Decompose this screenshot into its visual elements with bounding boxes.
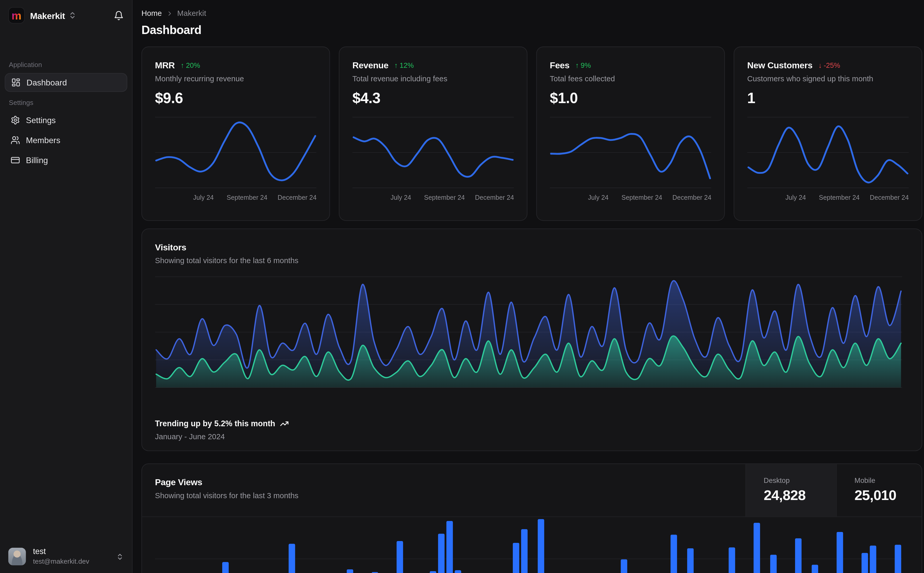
chevron-right-icon xyxy=(166,9,173,17)
sidebar-section-application: Application Dashboard xyxy=(0,29,132,93)
visitors-title: Visitors xyxy=(155,242,909,252)
stats-row: MRR ↑20% Monthly recurring revenue $9.6 … xyxy=(141,47,922,221)
trend-badge: ↑9% xyxy=(576,61,591,69)
visitors-period: January - June 2024 xyxy=(155,432,909,441)
breadcrumb: Home Makerkit xyxy=(141,9,922,18)
stat-card-revenue: Revenue ↑12% Total revenue including fee… xyxy=(339,47,528,221)
visitors-card: Visitors Showing total visitors for the … xyxy=(141,229,922,451)
fees-sparkline-chart xyxy=(550,115,711,189)
trending-up-icon xyxy=(280,419,289,428)
stat-card-fees: Fees ↑9% Total fees collected $1.0 July … xyxy=(536,47,725,221)
x-tick: December 24 xyxy=(870,194,909,201)
page-views-header: Page Views Showing total visitors for th… xyxy=(142,464,922,517)
sidebar-header: m Makerkit xyxy=(0,0,132,29)
user-name: test xyxy=(33,547,89,557)
visitors-trending-text: Trending up by 5.2% this month xyxy=(155,419,275,428)
x-axis-ticks: July 24 September 24 December 24 xyxy=(155,194,316,204)
page-views-card: Page Views Showing total visitors for th… xyxy=(141,463,922,573)
user-meta: test test@makerkit.dev xyxy=(33,547,89,566)
gear-icon xyxy=(11,115,20,125)
trend-arrow-icon: ↑ xyxy=(394,61,398,69)
trend-arrow-icon: ↓ xyxy=(819,61,822,69)
sidebar-section-settings: Settings Settings Members Billing xyxy=(0,93,132,171)
app-root: m Makerkit Application Dashboard Setting… xyxy=(0,0,924,573)
x-tick: July 24 xyxy=(391,194,411,201)
trend-badge: ↓-25% xyxy=(819,61,840,69)
x-axis-ticks: July 24 September 24 December 24 xyxy=(353,194,514,204)
logo-letter: m xyxy=(11,9,21,21)
sidebar-item-dashboard[interactable]: Dashboard xyxy=(5,73,127,92)
trend-badge: ↑12% xyxy=(394,61,414,69)
chevrons-up-down-icon xyxy=(116,553,124,560)
main-content: Home Makerkit Dashboard MRR ↑20% Monthly… xyxy=(133,0,924,573)
stat-value: $1.0 xyxy=(550,89,711,107)
stat-subtitle: Customers who signed up this month xyxy=(747,74,909,83)
x-tick: September 24 xyxy=(227,194,267,201)
page-views-bar-chart xyxy=(155,517,909,573)
org-name: Makerkit xyxy=(30,10,65,20)
x-tick: September 24 xyxy=(621,194,662,201)
stat-title: New Customers xyxy=(747,60,813,70)
x-tick: July 24 xyxy=(588,194,609,201)
page-views-subtitle: Showing total visitors for the last 3 mo… xyxy=(155,491,733,500)
sidebar-item-members[interactable]: Members xyxy=(5,131,127,150)
trend-arrow-icon: ↑ xyxy=(180,61,184,69)
stat-title: Revenue xyxy=(353,60,389,70)
notifications-button[interactable] xyxy=(114,10,124,20)
chevrons-up-down-icon xyxy=(69,11,77,19)
stat-title: Fees xyxy=(550,60,569,70)
stat-subtitle: Total fees collected xyxy=(550,74,711,83)
sidebar-item-settings[interactable]: Settings xyxy=(5,111,127,130)
tab-mobile[interactable]: Mobile 25,010 xyxy=(836,464,922,517)
sidebar-item-billing[interactable]: Billing xyxy=(5,151,127,170)
mrr-sparkline-chart xyxy=(155,115,316,189)
page-views-tabs: Desktop 24,828 Mobile 25,010 xyxy=(745,464,922,517)
stat-subtitle: Total revenue including fees xyxy=(353,74,514,83)
sidebar-item-label: Settings xyxy=(26,115,56,125)
user-email: test@makerkit.dev xyxy=(33,558,89,566)
x-axis-ticks: July 24 September 24 December 24 xyxy=(550,194,711,204)
tab-label: Desktop xyxy=(764,476,836,485)
x-axis-ticks: July 24 September 24 December 24 xyxy=(747,194,909,204)
trend-badge: ↑20% xyxy=(180,61,200,69)
customers-sparkline-chart xyxy=(747,115,909,189)
bell-icon xyxy=(114,10,124,20)
stat-card-new-customers: New Customers ↓-25% Customers who signed… xyxy=(734,47,922,221)
tab-desktop[interactable]: Desktop 24,828 xyxy=(745,464,836,517)
stat-card-mrr: MRR ↑20% Monthly recurring revenue $9.6 … xyxy=(141,47,330,221)
section-label: Application xyxy=(5,55,127,73)
tab-value: 24,828 xyxy=(764,487,836,503)
breadcrumb-home-link[interactable]: Home xyxy=(141,9,162,18)
visitors-area-chart xyxy=(155,273,909,390)
page-views-title: Page Views xyxy=(155,477,733,487)
stat-title: MRR xyxy=(155,60,175,70)
users-icon xyxy=(11,135,20,145)
stat-subtitle: Monthly recurring revenue xyxy=(155,74,316,83)
trend-arrow-icon: ↑ xyxy=(576,61,579,69)
page-title: Dashboard xyxy=(141,23,922,37)
x-tick: July 24 xyxy=(786,194,806,201)
stat-value: $4.3 xyxy=(353,89,514,107)
avatar xyxy=(8,548,26,565)
dashboard-grid-icon xyxy=(11,78,20,87)
visitors-subtitle: Showing total visitors for the last 6 mo… xyxy=(155,256,909,265)
x-tick: September 24 xyxy=(424,194,465,201)
sidebar-item-label: Members xyxy=(26,135,60,145)
x-tick: December 24 xyxy=(475,194,514,201)
account-menu-button[interactable]: test test@makerkit.dev xyxy=(0,540,132,573)
sidebar-item-label: Dashboard xyxy=(27,78,67,87)
tab-value: 25,010 xyxy=(854,487,921,503)
makerkit-logo: m xyxy=(8,7,25,23)
x-tick: December 24 xyxy=(278,194,317,201)
x-tick: July 24 xyxy=(193,194,213,201)
x-tick: December 24 xyxy=(672,194,711,201)
sidebar-item-label: Billing xyxy=(26,156,48,165)
stat-value: $9.6 xyxy=(155,89,316,107)
credit-card-icon xyxy=(11,156,20,165)
breadcrumb-current: Makerkit xyxy=(177,9,206,18)
org-switcher[interactable] xyxy=(69,11,77,19)
tab-label: Mobile xyxy=(854,476,921,485)
x-tick: September 24 xyxy=(819,194,860,201)
stat-value: 1 xyxy=(747,89,909,107)
revenue-sparkline-chart xyxy=(353,115,514,189)
